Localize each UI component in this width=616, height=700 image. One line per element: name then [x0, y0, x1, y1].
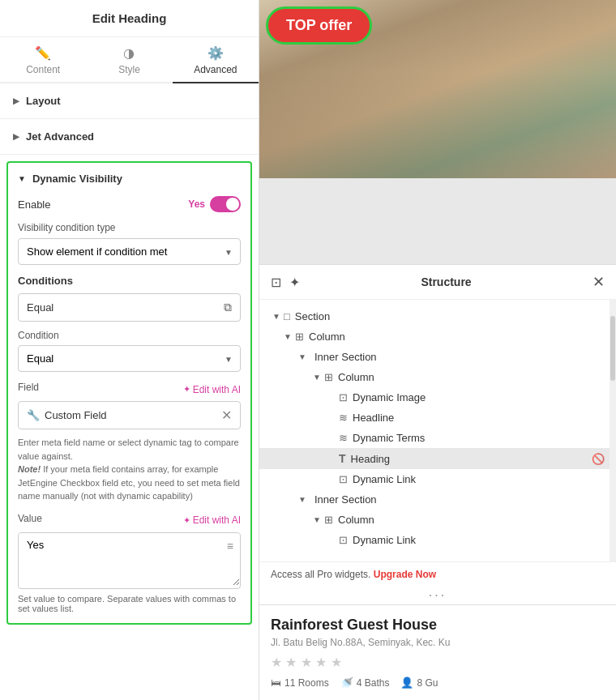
- conditions-label: Conditions: [18, 275, 241, 287]
- inner-section2-label: Inner Section: [314, 493, 605, 506]
- heading-icon: T: [339, 452, 346, 465]
- upgrade-link[interactable]: Upgrade Now: [374, 569, 436, 580]
- structure-header: ⊡ ✦ Structure ✕: [259, 265, 616, 300]
- visibility-condition-select-wrapper: Show element if condition met ▼: [18, 238, 241, 265]
- tree-item-dynamic-link1[interactable]: ⊡ Dynamic Link: [259, 469, 616, 489]
- tree-item-dynamic-image[interactable]: ⊡ Dynamic Image: [259, 387, 616, 408]
- tree-item-heading[interactable]: T Heading 🚫: [259, 448, 616, 469]
- card-stats: 🛏 11 Rooms 🚿 4 Baths 👤 8 Gu: [271, 677, 605, 689]
- tree-item-section[interactable]: ▼ □ Section: [259, 306, 616, 327]
- column1-toggle[interactable]: ▼: [282, 332, 293, 341]
- toggle-yes-label: Yes: [188, 198, 205, 210]
- column2-icon: ⊞: [324, 371, 333, 383]
- inner-section1-toggle[interactable]: ▼: [297, 352, 308, 361]
- value-label: Value: [18, 513, 42, 524]
- inner-section2-toggle[interactable]: ▼: [297, 495, 308, 504]
- tree-item-dynamic-terms[interactable]: ≋ Dynamic Terms: [259, 428, 616, 448]
- tree-item-inner-section1[interactable]: ▼ Inner Section: [259, 347, 616, 367]
- structure-body: ▼ □ Section ▼ ⊞ Column ▼ Inner Section ▼…: [259, 300, 616, 561]
- toggle-switch[interactable]: [210, 196, 241, 212]
- tab-content-label: Content: [26, 64, 60, 75]
- tab-style-label: Style: [118, 64, 140, 75]
- edit-with-ai-field[interactable]: ✦ Edit with AI: [183, 384, 241, 395]
- structure-icon[interactable]: ✦: [289, 275, 300, 290]
- dv-chevron: ▼: [18, 174, 26, 183]
- value-textarea[interactable]: Yes: [19, 533, 240, 586]
- card-stat-guests: 👤 8 Gu: [400, 677, 438, 689]
- column2-toggle[interactable]: ▼: [311, 373, 323, 382]
- rooms-icon: 🛏: [271, 677, 281, 689]
- column3-toggle[interactable]: ▼: [311, 515, 323, 524]
- jet-advanced-chevron: ▶: [13, 132, 19, 141]
- tree-item-inner-section2[interactable]: ▼ Inner Section: [259, 489, 616, 510]
- baths-value: 4 Baths: [357, 677, 390, 689]
- custom-field-label: Custom Field: [45, 409, 107, 421]
- edit-with-ai-value-label: Edit with AI: [193, 514, 241, 526]
- value-textarea-wrapper: Yes ≡: [18, 532, 241, 589]
- panel-icon[interactable]: ⊡: [271, 275, 281, 290]
- structure-title: Structure: [308, 275, 584, 288]
- copy-icon[interactable]: ⧉: [224, 301, 232, 314]
- star3: ★: [301, 655, 312, 669]
- headline-label: Headline: [353, 412, 605, 424]
- condition-select-wrapper: Equal ▼: [18, 345, 241, 372]
- dynamic-terms-label: Dynamic Terms: [353, 432, 605, 444]
- star2: ★: [285, 655, 297, 669]
- dynamic-link2-label: Dynamic Link: [353, 534, 605, 546]
- note-text: If your meta field contains array, for e…: [18, 464, 240, 501]
- toggle-control[interactable]: Yes: [188, 196, 241, 212]
- layout-chevron: ▶: [13, 96, 19, 105]
- rooms-value: 11 Rooms: [284, 677, 329, 689]
- tree-item-headline[interactable]: ≋ Headline: [259, 408, 616, 428]
- help-text-main: Enter meta field name or select dynamic …: [18, 438, 239, 461]
- tab-advanced-label: Advanced: [194, 64, 237, 75]
- dynamic-image-icon: ⊡: [339, 391, 348, 403]
- visibility-condition-type-row: Visibility condition type Show element i…: [18, 222, 241, 265]
- wrench-icon: 🔧: [27, 409, 40, 421]
- tab-advanced[interactable]: ⚙️ Advanced: [173, 37, 259, 83]
- condition-sub-label: Condition: [18, 330, 241, 341]
- visibility-condition-select[interactable]: Show element if condition met: [18, 238, 241, 265]
- star1: ★: [271, 655, 282, 669]
- card-title: Rainforest Guest House: [271, 617, 605, 634]
- card-stat-baths: 🚿 4 Baths: [340, 677, 390, 689]
- cf-left: 🔧 Custom Field: [27, 409, 107, 421]
- tabs: ✏️ Content ◑ Style ⚙️ Advanced: [0, 37, 259, 83]
- guests-icon: 👤: [400, 677, 413, 689]
- condition-box-label: Equal: [27, 301, 53, 314]
- tree-item-column3[interactable]: ▼ ⊞ Column: [259, 510, 616, 530]
- dv-title: Dynamic Visibility: [32, 173, 122, 185]
- headline-icon: ≋: [339, 412, 348, 424]
- jet-advanced-section-header[interactable]: ▶ Jet Advanced: [0, 119, 259, 155]
- column3-label: Column: [338, 514, 605, 526]
- card-stars: ★ ★ ★ ★ ★: [271, 655, 605, 670]
- panel-title: Edit Heading: [0, 0, 259, 37]
- dv-header[interactable]: ▼ Dynamic Visibility: [18, 173, 241, 185]
- custom-field-box: 🔧 Custom Field ✕: [18, 401, 241, 429]
- condition-select[interactable]: Equal: [18, 345, 241, 372]
- star4: ★: [315, 655, 327, 669]
- tab-style[interactable]: ◑ Style: [86, 37, 172, 83]
- section-toggle[interactable]: ▼: [271, 312, 282, 321]
- field-ai-row: Field ✦ Edit with AI: [18, 382, 241, 397]
- tab-content[interactable]: ✏️ Content: [0, 37, 86, 83]
- edit-with-ai-value[interactable]: ✦ Edit with AI: [183, 514, 241, 526]
- column1-label: Column: [309, 331, 605, 343]
- section-icon: □: [284, 310, 290, 322]
- tree-item-column1[interactable]: ▼ ⊞ Column: [259, 327, 616, 347]
- layout-section-header[interactable]: ▶ Layout: [0, 83, 259, 119]
- preview-area: TOP offer: [259, 0, 616, 264]
- dynamic-link1-icon: ⊡: [339, 473, 348, 485]
- tree-item-dynamic-link2[interactable]: ⊡ Dynamic Link: [259, 530, 616, 550]
- textarea-stack-icon[interactable]: ≡: [227, 540, 233, 553]
- scrollbar-thumb[interactable]: [610, 316, 615, 381]
- enable-label: Enable: [18, 198, 50, 211]
- layout-label: Layout: [26, 95, 61, 107]
- top-offer-badge: TOP offer: [266, 6, 372, 45]
- tree-item-column2[interactable]: ▼ ⊞ Column: [259, 367, 616, 387]
- field-label: Field: [18, 382, 39, 393]
- remove-custom-field-icon[interactable]: ✕: [221, 408, 232, 423]
- struct-icons: ⊡ ✦: [271, 275, 300, 290]
- close-structure-icon[interactable]: ✕: [592, 273, 605, 291]
- ai-icon-field: ✦: [183, 384, 190, 395]
